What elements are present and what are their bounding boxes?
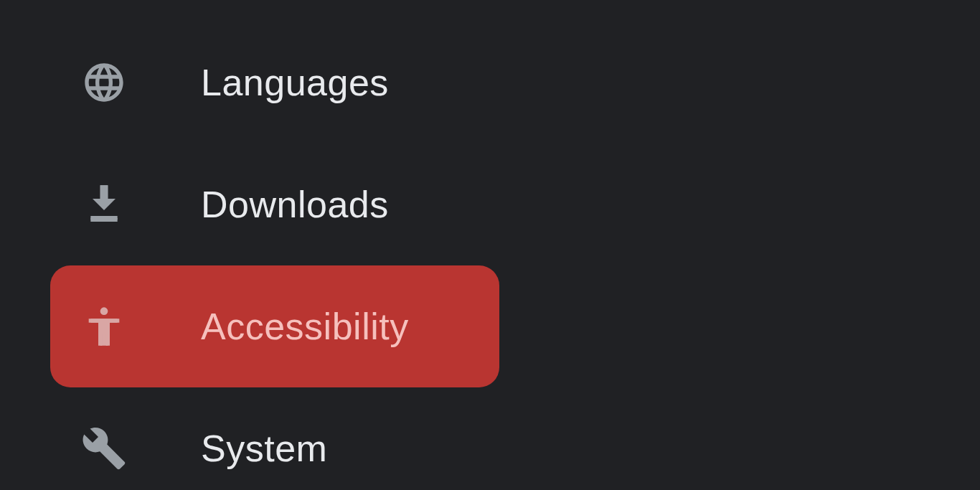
- wrench-icon: [79, 423, 129, 473]
- sidebar-item-system[interactable]: System: [50, 387, 499, 490]
- sidebar-item-label: Downloads: [201, 183, 389, 226]
- sidebar-item-label: System: [201, 427, 327, 470]
- sidebar-item-languages[interactable]: Languages: [50, 22, 499, 143]
- sidebar-item-label: Accessibility: [201, 305, 409, 348]
- download-icon: [79, 179, 129, 230]
- sidebar-item-label: Languages: [201, 61, 389, 104]
- settings-sidebar: Languages Downloads Accessibility: [0, 0, 980, 490]
- sidebar-item-downloads[interactable]: Downloads: [50, 143, 499, 265]
- svg-point-0: [100, 307, 108, 315]
- accessibility-icon: [79, 301, 129, 352]
- sidebar-item-accessibility[interactable]: Accessibility: [50, 265, 499, 387]
- globe-icon: [79, 57, 129, 108]
